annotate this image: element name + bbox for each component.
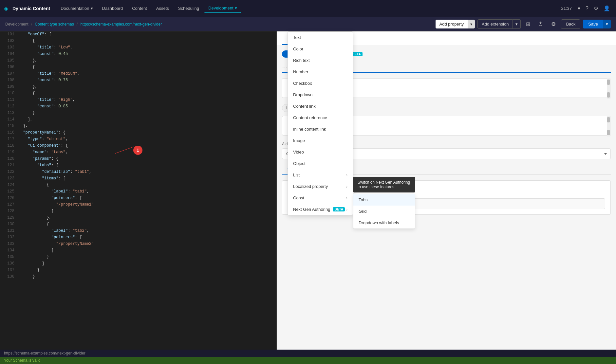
code-line: 136 ] bbox=[0, 261, 276, 267]
dropdown-menu-item-number[interactable]: Number bbox=[288, 66, 353, 78]
add-extension-dropdown-button[interactable]: ▾ bbox=[513, 19, 521, 29]
next-gen-tooltip: Switch on Next Gen Authoring to use thes… bbox=[353, 177, 415, 192]
scroll-indicator bbox=[607, 78, 611, 99]
code-line: 132 "pointers": [ bbox=[0, 234, 276, 241]
dropdown-menu-item-content-link[interactable]: Content link bbox=[288, 100, 353, 112]
status-bar: https://schema-examples.com/next-gen-div… bbox=[0, 350, 616, 364]
save-group: Save ▾ bbox=[583, 20, 611, 28]
submenu-dropdown-labels[interactable]: Dropdown with labels bbox=[353, 217, 415, 228]
code-line: 108 "const": 0.75 bbox=[0, 77, 276, 84]
save-dropdown-button[interactable]: ▾ bbox=[603, 20, 611, 28]
scroll-indicator-2 bbox=[607, 116, 611, 136]
back-button[interactable]: Back bbox=[561, 19, 580, 29]
breadcrumb-development: Development bbox=[5, 22, 28, 27]
chevron-right-icon: › bbox=[346, 173, 347, 177]
code-line: 109 }, bbox=[0, 84, 276, 90]
dropdown-menu-item-dropdown[interactable]: Dropdown bbox=[288, 89, 353, 100]
code-line: 120 "params": { bbox=[0, 156, 276, 162]
code-line: 105 }, bbox=[0, 58, 276, 64]
dropdown-menu-item-localized-property[interactable]: Localized property› bbox=[288, 181, 353, 192]
status-valid: Your Schema is valid bbox=[0, 357, 616, 364]
code-line: 137 } bbox=[0, 267, 276, 274]
dropdown-menu-item-list[interactable]: List› bbox=[288, 169, 353, 181]
clock-display: 21:37 bbox=[561, 6, 572, 11]
code-line: 135 } bbox=[0, 254, 276, 261]
add-property-dropdown-button[interactable]: ▾ bbox=[468, 20, 475, 28]
status-url: https://schema-examples.com/next-gen-div… bbox=[0, 350, 616, 357]
code-line: 134 ] bbox=[0, 247, 276, 254]
add-property-button[interactable]: Add property bbox=[436, 20, 468, 28]
code-line: 102 { bbox=[0, 38, 276, 45]
code-line: 112 "const": 0.85 bbox=[0, 103, 276, 110]
code-line: 121 "tabs": { bbox=[0, 162, 276, 169]
history-button[interactable]: ⏱ bbox=[535, 20, 546, 28]
filter-button[interactable]: ⚙ bbox=[549, 20, 558, 28]
submenu-grid[interactable]: Grid bbox=[353, 206, 415, 217]
chevron-right-icon: › bbox=[346, 207, 347, 212]
add-extension-button[interactable]: Add extension bbox=[477, 19, 513, 29]
help-icon[interactable]: ? bbox=[586, 6, 588, 11]
code-editor[interactable]: 101 "oneOf": [102 {103 "title": "Low",10… bbox=[0, 31, 277, 364]
code-line: 123 "items": [ bbox=[0, 175, 276, 182]
code-line: 101 "oneOf": [ bbox=[0, 31, 276, 38]
nav-content[interactable]: Content bbox=[128, 4, 151, 13]
next-gen-submenu: Switch on Next Gen Authoring to use thes… bbox=[353, 177, 415, 229]
dropdown-menu-item-object[interactable]: Object bbox=[288, 158, 353, 169]
breadcrumb-sep-1: / bbox=[31, 22, 32, 27]
code-line: 138 } bbox=[0, 274, 276, 280]
code-line: 106 { bbox=[0, 64, 276, 71]
dropdown-menu-item-text[interactable]: Text bbox=[288, 32, 353, 43]
code-line: 122 "defaultTab": "tab1", bbox=[0, 169, 276, 175]
chevron-down-icon: ▾ bbox=[91, 6, 93, 11]
code-line: 117 "type": "object", bbox=[0, 136, 276, 143]
top-nav: ◈ Dynamic Content Documentation ▾ Dashbo… bbox=[0, 0, 616, 17]
breadcrumb-schemas[interactable]: Content type schemas bbox=[35, 22, 74, 27]
account-icon[interactable]: 👤 bbox=[604, 5, 610, 11]
dropdown-menu-item-video[interactable]: Video bbox=[288, 146, 353, 158]
chevron-right-icon: › bbox=[346, 196, 347, 200]
code-line: 115 }, bbox=[0, 123, 276, 130]
app-logo-icon: ◈ bbox=[4, 5, 9, 12]
dropdown-menu-item-next-gen-authoring[interactable]: Next Gen AuthoringBETA› bbox=[288, 204, 353, 215]
submenu-items: Tabs Grid Dropdown with labels bbox=[353, 194, 415, 229]
nav-assets[interactable]: Assets bbox=[152, 4, 173, 13]
app-brand: Dynamic Content bbox=[12, 6, 50, 11]
settings-icon[interactable]: ⚙ bbox=[594, 5, 598, 11]
nav-documentation[interactable]: Documentation ▾ bbox=[57, 4, 97, 13]
nav-development[interactable]: Development ▾ bbox=[204, 4, 241, 13]
code-line: 128 ] bbox=[0, 208, 276, 215]
code-line: 124 { bbox=[0, 182, 276, 189]
code-line: 131 "label": "tab2", bbox=[0, 228, 276, 234]
nav-dashboard[interactable]: Dashboard bbox=[98, 4, 127, 13]
code-line: 126 "pointers": [ bbox=[0, 195, 276, 202]
dropdown-menu-item-rich-text[interactable]: Rich text bbox=[288, 55, 353, 66]
chevron-right-icon: › bbox=[346, 184, 347, 189]
submenu-tabs[interactable]: Tabs bbox=[353, 194, 415, 206]
code-line: 125 "label": "tab1", bbox=[0, 189, 276, 195]
code-line: 103 "title": "Low", bbox=[0, 45, 276, 51]
chevron-down-icon: ▾ bbox=[578, 5, 580, 11]
save-button[interactable]: Save bbox=[583, 20, 603, 28]
code-line: 104 "const": 0.45 bbox=[0, 51, 276, 58]
code-line: 107 "title": "Medium", bbox=[0, 71, 276, 77]
breadcrumb-sep-2: / bbox=[77, 22, 78, 27]
code-line: 133 "/propertyName2" bbox=[0, 241, 276, 247]
code-line: 127 "/propertyName1" bbox=[0, 202, 276, 208]
dropdown-menu-item-color[interactable]: Color bbox=[288, 43, 353, 55]
dropdown-menu-item-content-reference[interactable]: Content reference bbox=[288, 112, 353, 123]
code-line: 130 { bbox=[0, 221, 276, 228]
nav-scheduling[interactable]: Scheduling bbox=[174, 4, 203, 13]
annotation-badge-1: 1 bbox=[133, 146, 142, 155]
code-line: 110 { bbox=[0, 90, 276, 97]
dropdown-menu-item-inline-content-link[interactable]: Inline content link bbox=[288, 123, 353, 135]
add-extension-group: Add extension ▾ bbox=[477, 19, 521, 29]
toolbar-actions: Add property ▾ Add extension ▾ ⊞ ⏱ ⚙ Bac… bbox=[436, 19, 611, 29]
add-property-dropdown-menu: TextColorRich textNumberCheckboxDropdown… bbox=[288, 31, 353, 215]
add-property-group: Add property ▾ bbox=[436, 20, 475, 28]
dropdown-menu-item-checkbox[interactable]: Checkbox bbox=[288, 78, 353, 89]
view-toggle-button[interactable]: ⊞ bbox=[523, 20, 533, 28]
breadcrumb-url[interactable]: https://schema-examples.com/next-gen-div… bbox=[80, 22, 162, 27]
chevron-down-icon: ▾ bbox=[235, 6, 237, 10]
dropdown-menu-item-const[interactable]: Const› bbox=[288, 192, 353, 204]
dropdown-menu-item-image[interactable]: Image bbox=[288, 135, 353, 146]
